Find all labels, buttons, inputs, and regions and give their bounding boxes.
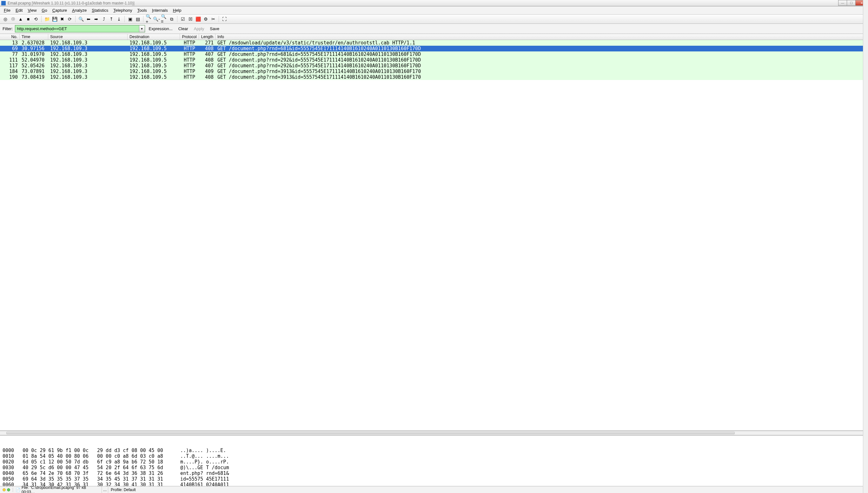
cell: 192.168.109.5	[128, 51, 180, 57]
status-profile[interactable]: Profile: Default	[108, 487, 868, 493]
cell: 184	[0, 69, 20, 74]
cell: 192.168.109.3	[48, 51, 128, 57]
filter-input[interactable]	[15, 25, 139, 32]
menu-capture[interactable]: Capture	[50, 7, 69, 14]
table-row[interactable]: 7731.01970192.168.109.3192.168.109.5HTTP…	[0, 51, 868, 57]
menu-file[interactable]: File	[1, 7, 13, 14]
toolbar-button-24[interactable]: ⧉	[168, 16, 175, 23]
menu-internals[interactable]: Internals	[150, 7, 171, 14]
toolbar-button-16[interactable]: ⤓	[115, 16, 123, 23]
hex-line[interactable]: 0010 01 8a 54 05 40 00 80 06 00 00 c0 a8…	[3, 453, 865, 459]
toolbar-button-12[interactable]: ⬅	[85, 16, 92, 23]
table-row[interactable]: 19073.08419192.168.109.3192.168.109.5HTT…	[0, 74, 868, 80]
table-row[interactable]: 11152.04970192.168.109.3192.168.109.5HTT…	[0, 57, 868, 63]
toolbar-button-27[interactable]: ☒	[187, 16, 194, 23]
col-time[interactable]: Time	[20, 34, 48, 40]
table-row[interactable]: 6930.97156192.168.109.3192.168.109.5HTTP…	[0, 46, 868, 51]
cell: 13	[0, 40, 20, 46]
toolbar-button-9[interactable]: ⟳	[66, 16, 73, 23]
menu-edit[interactable]: Edit	[13, 7, 25, 14]
table-row[interactable]: 18473.07891192.168.109.3192.168.109.5HTT…	[0, 69, 868, 74]
toolbar-button-4[interactable]: ⟲	[32, 16, 39, 23]
col-source[interactable]: Source	[48, 34, 128, 40]
toolbar-button-13[interactable]: ➡	[93, 16, 99, 23]
filter-combo[interactable]: ▼	[15, 25, 145, 33]
col-dest[interactable]: Destination	[128, 34, 180, 40]
vscrollbar[interactable]	[863, 435, 868, 486]
cell: 73.07891	[20, 69, 48, 74]
status-menu-button[interactable]: …	[102, 487, 108, 493]
hex-line[interactable]: 0060 34 31 34 30 42 31 36 31 30 32 34 30…	[3, 482, 865, 486]
filter-dropdown-icon[interactable]: ▼	[139, 25, 145, 32]
main-toolbar: ◎☉▲■⟲📁💾✖⟳🔍⬅➡⤴⤒⤓▣▤🔍+🔍-🔍=⧉☑☒🟥⚙✂⛶	[0, 15, 868, 24]
toolbar-button-7[interactable]: 💾	[51, 16, 58, 23]
toolbar-button-0[interactable]: ◎	[2, 16, 9, 23]
maximize-button[interactable]: ☐	[847, 0, 855, 6]
menu-analyze[interactable]: Analyze	[69, 7, 89, 14]
toolbar-separator	[143, 16, 143, 22]
led-green-icon	[7, 488, 10, 491]
toolbar-button-22[interactable]: 🔍-	[153, 16, 160, 23]
expression-button[interactable]: Expression...	[147, 26, 175, 32]
cell: HTTP	[180, 63, 199, 69]
toolbar-button-3[interactable]: ■	[25, 16, 32, 23]
cell: GET /document.php?rnd=292&id=5557545E171…	[216, 57, 868, 63]
cell: 407	[199, 51, 216, 57]
toolbar-button-8[interactable]: ✖	[59, 16, 66, 23]
hex-line[interactable]: 0050 69 64 3d 35 35 35 37 35 34 35 45 31…	[3, 476, 865, 482]
minimize-button[interactable]: —	[838, 0, 847, 6]
cell: 192.168.109.3	[48, 69, 128, 74]
toolbar-button-18[interactable]: ▣	[127, 16, 134, 23]
cell: HTTP	[180, 40, 199, 46]
led-yellow-icon	[3, 488, 6, 491]
toolbar-button-29[interactable]: ⚙	[202, 16, 209, 23]
toolbar-button-19[interactable]: ▤	[134, 16, 141, 23]
cell: 30.97156	[20, 46, 48, 51]
clear-button[interactable]: Clear	[176, 26, 190, 32]
menu-help[interactable]: Help	[171, 7, 184, 14]
cell: 192.168.109.3	[48, 57, 128, 63]
cell: 31.01970	[20, 51, 48, 57]
toolbar-button-1[interactable]: ☉	[9, 16, 17, 23]
toolbar-button-15[interactable]: ⤒	[108, 16, 115, 23]
menu-tools[interactable]: Tools	[135, 7, 150, 14]
menu-go[interactable]: Go	[39, 7, 49, 14]
cell: GET /document.php?rnd=292&id=5557545E171…	[216, 63, 868, 69]
toolbar-button-32[interactable]: ⛶	[221, 16, 228, 23]
hex-pane[interactable]: 0000 00 0c 29 61 9b f1 00 0c 29 dd d3 cf…	[0, 435, 868, 486]
hscrollbar[interactable]	[0, 431, 868, 435]
hex-line[interactable]: 0020 6d 05 c1 12 00 50 7d db 6f c9 a8 9a…	[3, 459, 865, 465]
menu-view[interactable]: View	[25, 7, 39, 14]
toolbar-button-14[interactable]: ⤴	[100, 16, 107, 23]
col-info[interactable]: Info	[216, 34, 868, 40]
col-proto[interactable]: Protocol	[180, 34, 199, 40]
toolbar-button-23[interactable]: 🔍=	[161, 16, 168, 23]
toolbar-button-28[interactable]: 🟥	[195, 16, 202, 23]
packet-list-pane[interactable]: No. Time Source Destination Protocol Len…	[0, 34, 868, 431]
col-length[interactable]: Length	[199, 34, 216, 40]
save-button[interactable]: Save	[208, 26, 221, 32]
hex-line[interactable]: 0030 40 29 5c d6 00 00 47 45 54 20 2f 64…	[3, 465, 865, 470]
menu-telephony[interactable]: Telephony	[111, 7, 135, 14]
toolbar-button-21[interactable]: 🔍+	[146, 16, 152, 23]
toolbar-button-30[interactable]: ✂	[210, 16, 217, 23]
apply-button[interactable]: Apply	[192, 26, 206, 32]
cell: 407	[199, 63, 216, 69]
col-no[interactable]: No.	[0, 34, 20, 40]
table-row[interactable]: 132.637028192.168.109.3192.168.109.5HTTP…	[0, 40, 868, 46]
cell: 408	[199, 74, 216, 80]
toolbar-button-11[interactable]: 🔍	[77, 16, 84, 23]
toolbar-button-26[interactable]: ☑	[179, 16, 186, 23]
toolbar-button-2[interactable]: ▲	[17, 16, 24, 23]
toolbar-separator	[125, 16, 125, 22]
cell: GET /document.php?rnd=3913&id=5557545E17…	[216, 74, 868, 80]
cell: 111	[0, 57, 20, 63]
menu-statistics[interactable]: Statistics	[89, 7, 111, 14]
toolbar-button-6[interactable]: 📁	[43, 16, 50, 23]
cell: 192.168.109.3	[48, 63, 128, 69]
hex-line[interactable]: 0040 65 6e 74 2e 70 68 70 3f 72 6e 64 3d…	[3, 470, 865, 476]
table-row[interactable]: 11752.05426192.168.109.3192.168.109.5HTT…	[0, 63, 868, 69]
packet-list-body[interactable]: 132.637028192.168.109.3192.168.109.5HTTP…	[0, 40, 868, 80]
hex-line[interactable]: 0000 00 0c 29 61 9b f1 00 0c 29 dd d3 cf…	[3, 448, 865, 453]
packet-list-header[interactable]: No. Time Source Destination Protocol Len…	[0, 34, 868, 40]
